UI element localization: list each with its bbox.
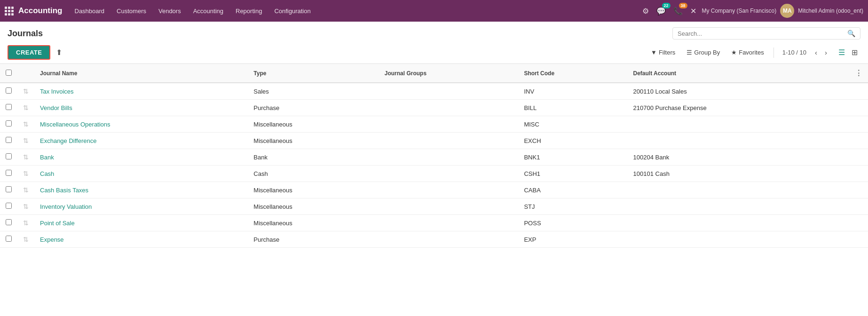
cell-shortcode: EXCH [518,133,627,149]
nav-configuration[interactable]: Configuration [268,5,316,17]
list-view-button[interactable]: ☰ [836,46,848,59]
cell-shortcode: EXP [518,231,627,248]
drag-handle-icon[interactable]: ⇅ [23,236,29,243]
star-icon: ★ [731,49,737,56]
cell-default-account [628,198,849,215]
import-icon: ⬆ [56,48,62,56]
cell-shortcode: POSS [518,215,627,231]
filter-icon: ▼ [651,49,657,56]
row-checkbox[interactable] [6,104,12,110]
row-checkbox[interactable] [6,236,12,242]
table-row[interactable]: ⇅ Point of Sale Miscellaneous POSS [0,215,868,231]
close-icon: ✕ [690,7,696,15]
row-checkbox[interactable] [6,120,12,126]
col-header-type[interactable]: Type [248,64,379,83]
filters-button[interactable]: ▼ Filters [646,47,680,58]
row-checkbox[interactable] [6,219,12,225]
apps-grid-icon[interactable] [5,7,14,16]
row-checkbox[interactable] [6,137,12,143]
cell-default-account [628,231,849,248]
pagination-next-button[interactable]: › [822,47,830,57]
groupby-icon: ☰ [687,49,692,56]
row-checkbox[interactable] [6,203,12,209]
col-options-icon[interactable]: ⋮ [855,69,862,77]
cell-groups [379,182,519,198]
create-button[interactable]: CREATE [8,45,50,60]
cell-type: Purchase [248,231,379,248]
cell-name: Cash [34,166,248,182]
pagination-prev-button[interactable]: ‹ [812,47,820,57]
table-header-row: Journal Name Type Journal Groups Short C… [0,64,868,83]
cell-default-account [628,133,849,149]
row-checkbox[interactable] [6,186,12,192]
cell-name: Miscellaneous Operations [34,116,248,133]
cell-groups [379,215,519,231]
table-row[interactable]: ⇅ Expense Purchase EXP [0,231,868,248]
cell-name: Cash Basis Taxes [34,182,248,198]
drag-handle-icon[interactable]: ⇅ [23,170,29,177]
drag-handle-icon[interactable]: ⇅ [23,186,29,194]
cell-shortcode: MISC [518,116,627,133]
nav-accounting[interactable]: Accounting [188,5,229,17]
favorites-button[interactable]: ★ Favorites [726,47,768,58]
col-header-groups[interactable]: Journal Groups [379,64,519,83]
cell-type: Cash [248,166,379,182]
drag-handle-icon[interactable]: ⇅ [23,120,29,128]
search-input[interactable] [678,30,847,37]
drag-handle-icon[interactable]: ⇅ [23,219,29,227]
cell-name: Bank [34,149,248,166]
table-row[interactable]: ⇅ Vendor Bills Purchase BILL 210700 Purc… [0,100,868,116]
cell-name: Tax Invoices [34,83,248,100]
cell-groups [379,231,519,248]
cell-type: Miscellaneous [248,116,379,133]
table-row[interactable]: ⇅ Inventory Valuation Miscellaneous STJ [0,198,868,215]
table-row[interactable]: ⇅ Bank Bank BNK1 100204 Bank [0,149,868,166]
drag-handle-icon[interactable]: ⇅ [23,153,29,161]
app-brand-title: Accounting [18,6,63,16]
settings-icon-btn[interactable]: ⚙ [640,5,651,17]
table-row[interactable]: ⇅ Tax Invoices Sales INV 200110 Local Sa… [0,83,868,100]
row-checkbox[interactable] [6,153,12,159]
nav-customers[interactable]: Customers [111,5,152,17]
row-checkbox[interactable] [6,87,12,94]
cell-name: Inventory Valuation [34,198,248,215]
phone-icon-btn[interactable]: 📞 38 [671,5,685,17]
content-area: Journals 🔍 CREATE ⬆ ▼ Filters ☰ Group By… [0,22,868,316]
col-header-shortcode[interactable]: Short Code [518,64,627,83]
close-icon-btn[interactable]: ✕ [688,5,698,17]
cell-type: Miscellaneous [248,215,379,231]
table-row[interactable]: ⇅ Cash Basis Taxes Miscellaneous CABA [0,182,868,198]
cell-type: Miscellaneous [248,133,379,149]
nav-dashboard[interactable]: Dashboard [69,5,110,17]
col-header-default-account[interactable]: Default Account [628,64,849,83]
cell-default-account: 200110 Local Sales [628,83,849,100]
messages-icon-btn[interactable]: 💬 22 [655,5,668,17]
drag-handle-icon[interactable]: ⇅ [23,87,29,95]
table-row[interactable]: ⇅ Cash Cash CSH1 100101 Cash [0,166,868,182]
cell-shortcode: BILL [518,100,627,116]
kanban-view-button[interactable]: ⊞ [849,46,860,59]
groupby-button[interactable]: ☰ Group By [682,47,725,58]
page-title: Journals [8,29,672,39]
drag-handle-icon[interactable]: ⇅ [23,203,29,210]
drag-handle-icon[interactable]: ⇅ [23,137,29,144]
company-label: My Company (San Francisco) [702,8,777,14]
cell-name: Exchange Difference [34,133,248,149]
select-all-checkbox[interactable] [6,70,12,76]
nav-vendors[interactable]: Vendors [153,5,187,17]
journals-table: Journal Name Type Journal Groups Short C… [0,64,868,248]
top-navigation: Accounting Dashboard Customers Vendors A… [0,0,868,22]
table-row[interactable]: ⇅ Miscellaneous Operations Miscellaneous… [0,116,868,133]
cell-default-account [628,182,849,198]
cell-shortcode: CABA [518,182,627,198]
pagination-info: 1-10 / 10 [779,49,810,56]
import-button[interactable]: ⬆ [52,46,66,59]
cell-shortcode: BNK1 [518,149,627,166]
top-menu: Dashboard Customers Vendors Accounting R… [69,5,639,17]
table-row[interactable]: ⇅ Exchange Difference Miscellaneous EXCH [0,133,868,149]
col-header-name[interactable]: Journal Name [34,64,248,83]
row-checkbox[interactable] [6,170,12,176]
nav-reporting[interactable]: Reporting [230,5,268,17]
drag-handle-icon[interactable]: ⇅ [23,104,29,111]
phone-badge: 38 [679,3,687,8]
